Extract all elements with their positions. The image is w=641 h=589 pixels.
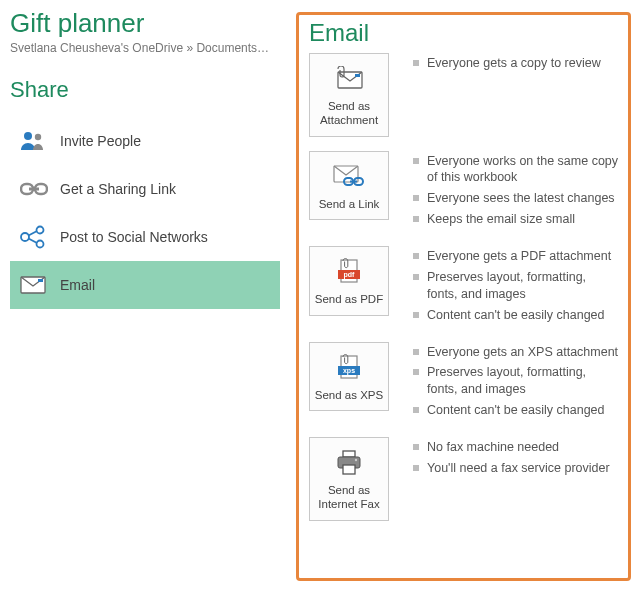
right-column: Email Send as Attachment Every [290,8,637,585]
pdf-icon: pdf [334,257,364,287]
option-bullets: Everyone gets a copy to review [413,53,620,76]
panel-title: Email [309,19,620,47]
option-row-link: Send a Link Everyone works on the same c… [309,151,620,233]
svg-point-0 [24,132,32,140]
left-column: Gift planner Svetlana Cheusheva's OneDri… [10,8,290,585]
attachment-envelope-icon [332,64,366,94]
option-bullets: Everyone gets a PDF attachment Preserves… [413,246,620,328]
bullet-item: Preserves layout, formatting, fonts, and… [413,269,620,303]
svg-rect-17 [350,180,357,182]
bullet-item: Everyone gets a copy to review [413,55,620,72]
option-label: Send as PDF [315,293,383,307]
bullet-item: No fax machine needed [413,439,620,456]
svg-line-8 [29,231,38,236]
option-row-xps: xps Send as XPS Everyone gets an XPS att… [309,342,620,424]
bullet-item: Keeps the email size small [413,211,620,228]
bullet-item: Content can't be easily changed [413,402,620,419]
share-item-social-networks[interactable]: Post to Social Networks [10,213,280,261]
option-bullets: Everyone works on the same copy of this … [413,151,620,233]
svg-rect-4 [29,188,39,191]
xps-icon: xps [334,353,364,383]
bullet-item: Everyone gets a PDF attachment [413,248,620,265]
send-as-attachment-button[interactable]: Send as Attachment [309,53,389,137]
bullet-item: Everyone sees the latest changes [413,190,620,207]
share-backstage: Gift planner Svetlana Cheusheva's OneDri… [0,0,641,589]
share-item-email[interactable]: Email [10,261,280,309]
option-bullets: No fax machine needed You'll need a fax … [413,437,620,481]
share-item-sharing-link[interactable]: Get a Sharing Link [10,165,280,213]
option-bullets: Everyone gets an XPS attachment Preserve… [413,342,620,424]
send-as-pdf-button[interactable]: pdf Send as PDF [309,246,389,316]
svg-point-5 [21,233,29,241]
svg-point-27 [355,459,357,461]
option-label: Send a Link [319,198,380,212]
send-a-link-button[interactable]: Send a Link [309,151,389,221]
option-row-pdf: pdf Send as PDF Everyone gets a PDF atta… [309,246,620,328]
svg-rect-11 [38,279,43,282]
option-label: Send as Internet Fax [314,484,384,512]
fax-printer-icon [334,448,364,478]
option-label: Send as Attachment [314,100,384,128]
option-label: Send as XPS [315,389,383,403]
share-item-label: Email [60,277,95,293]
share-heading: Share [10,77,280,103]
svg-rect-13 [355,74,360,77]
svg-point-7 [37,241,44,248]
share-item-label: Invite People [60,133,141,149]
share-network-icon [20,225,60,249]
svg-text:xps: xps [343,367,355,375]
people-icon [20,130,60,152]
option-row-attachment: Send as Attachment Everyone gets a copy … [309,53,620,137]
send-as-internet-fax-button[interactable]: Send as Internet Fax [309,437,389,521]
svg-text:pdf: pdf [344,271,356,279]
bullet-item: You'll need a fax service provider [413,460,620,477]
bullet-item: Everyone works on the same copy of this … [413,153,620,187]
svg-rect-24 [343,451,355,457]
link-envelope-icon [332,162,366,192]
svg-line-9 [29,239,38,244]
email-panel: Email Send as Attachment Every [296,12,631,581]
document-title: Gift planner [10,8,280,39]
share-item-invite-people[interactable]: Invite People [10,117,280,165]
option-row-fax: Send as Internet Fax No fax machine need… [309,437,620,521]
send-as-xps-button[interactable]: xps Send as XPS [309,342,389,412]
svg-point-1 [35,134,41,140]
bullet-item: Everyone gets an XPS attachment [413,344,620,361]
email-icon [20,276,60,294]
bullet-item: Preserves layout, formatting, fonts, and… [413,364,620,398]
svg-rect-26 [343,465,355,474]
link-icon [20,181,60,197]
svg-point-6 [37,227,44,234]
share-item-label: Post to Social Networks [60,229,208,245]
share-item-label: Get a Sharing Link [60,181,176,197]
breadcrumb: Svetlana Cheusheva's OneDrive » Document… [10,41,270,55]
bullet-item: Content can't be easily changed [413,307,620,324]
